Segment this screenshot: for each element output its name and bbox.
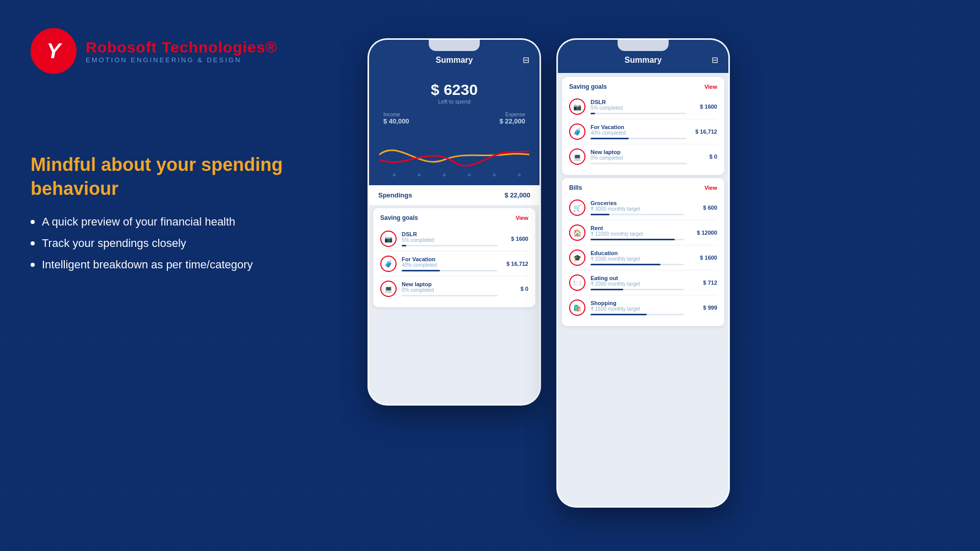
brand-name: Robosoft Technologies®	[86, 39, 277, 56]
bill-amount-groceries: $ 600	[689, 205, 717, 211]
hero-section: Mindful about your spending behaviour A …	[31, 153, 357, 271]
bill-target-shopping: ₹ 1500 monthly target	[591, 306, 684, 312]
goal-icon-laptop: 💻	[380, 281, 397, 297]
p2-goal-amount-dslr: $ 1600	[692, 104, 717, 110]
p2-goal-icon-dslr: 📷	[569, 98, 585, 115]
income-expense-row: Income $ 40,000 Expense $ 22,000	[379, 112, 529, 125]
phone-screen-1: ⊟ Summary ⊟ $ 6230 Left to spend Income …	[369, 40, 540, 404]
p2-goal-pct-laptop: 0% completed	[591, 155, 687, 161]
bill-info-education: Education ₹ 2000 monthly target	[591, 250, 684, 265]
p2-goal-pct-vacation: 40% completed	[591, 130, 687, 136]
p2-goals-title: Saving goals	[569, 83, 607, 90]
bill-target-groceries: ₹ 3000 monthly target	[591, 206, 684, 212]
p2-saving-goals-card: Saving goals View 📷 DSLR 5% completed $ …	[562, 77, 724, 175]
phone-mockup-2: ⊟ Summary ⊟ Saving goals View 📷 DSLR 5% …	[556, 38, 730, 508]
saving-goals-card: Saving goals View 📷 DSLR 5% completed $ …	[373, 208, 535, 307]
bill-name-rent: Rent	[591, 225, 684, 231]
p2-goals-view-link[interactable]: View	[704, 84, 717, 90]
bill-target-eating: ₹ 2000 monthly target	[591, 281, 684, 287]
goal-amount-dslr: $ 1600	[503, 236, 528, 242]
goal-name-laptop: New laptop	[402, 281, 498, 287]
bill-icon-education: 🎓	[569, 249, 585, 266]
bill-amount-rent: $ 12000	[689, 230, 717, 236]
bill-row-rent: 🏠 Rent ₹ 12000 monthly target $ 12000	[569, 220, 717, 245]
phone-screen-2: ⊟ Summary ⊟ Saving goals View 📷 DSLR 5% …	[558, 40, 728, 506]
goal-pct-dslr: 5% completed	[402, 237, 498, 243]
bill-progress-eating	[591, 289, 684, 290]
goals-title: Saving goals	[380, 214, 418, 221]
goal-name-dslr: DSLR	[402, 231, 498, 237]
hero-title: Mindful about your spending behaviour	[31, 153, 357, 201]
bill-info-groceries: Groceries ₹ 3000 monthly target	[591, 200, 684, 215]
bill-amount-shopping: $ 999	[689, 305, 717, 311]
goal-name-vacation: For Vacation	[402, 256, 498, 262]
phone-notch-1	[429, 40, 480, 51]
logo-area: Υ Robosoft Technologies® EMOTION ENGINEE…	[31, 28, 277, 74]
p2-goal-progress-vacation	[591, 138, 687, 139]
bill-row-groceries: 🛒 Groceries ₹ 3000 monthly target $ 600	[569, 195, 717, 220]
svg-point-6	[518, 173, 521, 177]
p2-goal-pct-dslr: 5% completed	[591, 105, 687, 111]
screen1-title: Summary	[386, 56, 523, 65]
bullet-dot-1	[31, 220, 35, 224]
goals-header: Saving goals View	[380, 214, 528, 221]
screen2-title: Summary	[575, 56, 712, 65]
goal-amount-vacation: $ 16,712	[503, 261, 528, 267]
p2-goal-row-vacation: 🧳 For Vacation 40% completed $ 16,712	[569, 119, 717, 144]
filter-icon-left: ⊟	[379, 55, 386, 65]
goal-amount-laptop: $ 0	[503, 286, 528, 292]
expense-label: Expense	[499, 112, 525, 117]
bullet-text-3: Intelligent breakdown as per time/catego…	[42, 258, 253, 271]
p2-bills-view-link[interactable]: View	[704, 185, 717, 191]
p2-goal-icon-vacation: 🧳	[569, 123, 585, 140]
settings-icon-2[interactable]: ⊟	[712, 55, 718, 65]
goal-row-dslr: 📷 DSLR 5% completed $ 1600	[380, 227, 528, 252]
expense-value: $ 22,000	[499, 117, 525, 125]
phone-notch-2	[618, 40, 669, 51]
p2-goal-amount-laptop: $ 0	[692, 154, 717, 160]
settings-icon[interactable]: ⊟	[523, 55, 529, 65]
goal-progress-dslr	[402, 245, 498, 246]
income-value: $ 40,000	[383, 117, 409, 125]
bill-name-education: Education	[591, 250, 684, 256]
bill-icon-rent: 🏠	[569, 224, 585, 241]
bullet-text-1: A quick preview of your financial health	[42, 215, 235, 229]
chart-area: $ 6230 Left to spend Income $ 40,000 Exp…	[369, 73, 540, 185]
p2-goal-row-dslr: 📷 DSLR 5% completed $ 1600	[569, 94, 717, 119]
p2-goal-amount-vacation: $ 16,712	[692, 129, 717, 135]
main-amount: $ 6230	[379, 81, 529, 98]
bill-amount-education: $ 1600	[689, 255, 717, 261]
goal-pct-vacation: 40% completed	[402, 262, 498, 268]
goal-row-vacation: 🧳 For Vacation 40% completed $ 16,712	[380, 252, 528, 277]
bill-progress-shopping	[591, 314, 684, 315]
bullet-dot-2	[31, 241, 35, 245]
bill-name-shopping: Shopping	[591, 300, 684, 306]
goal-info-vacation: For Vacation 40% completed	[402, 256, 498, 271]
goal-progress-laptop	[402, 295, 498, 296]
logo-circle: Υ	[31, 28, 77, 74]
left-to-spend-label: Left to spend	[379, 98, 529, 105]
goal-row-laptop: 💻 New laptop 0% completed $ 0	[380, 277, 528, 301]
p2-goal-icon-laptop: 💻	[569, 148, 585, 165]
bill-progress-education	[591, 264, 684, 265]
p2-goal-progress-laptop	[591, 163, 687, 164]
bill-icon-groceries: 🛒	[569, 199, 585, 216]
svg-point-1	[393, 173, 396, 177]
bill-info-eating: Eating out ₹ 2000 monthly target	[591, 275, 684, 290]
bill-icon-shopping: 🛍️	[569, 299, 585, 316]
logo-text: Robosoft Technologies® EMOTION ENGINEERI…	[86, 39, 277, 64]
goals-view-link[interactable]: View	[516, 215, 528, 221]
bill-target-rent: ₹ 12000 monthly target	[591, 231, 684, 237]
p2-goal-name-vacation: For Vacation	[591, 124, 687, 130]
bullet-1: A quick preview of your financial health	[31, 215, 357, 229]
bill-progress-groceries	[591, 214, 684, 215]
logo-icon: Υ	[46, 39, 61, 63]
svg-point-2	[418, 173, 421, 177]
bill-name-eating: Eating out	[591, 275, 684, 281]
p2-bills-title: Bills	[569, 184, 582, 191]
p2-bills-header: Bills View	[569, 184, 717, 191]
spending-chart	[379, 129, 529, 185]
goal-icon-vacation: 🧳	[380, 256, 397, 272]
bill-info-shopping: Shopping ₹ 1500 monthly target	[591, 300, 684, 315]
p2-goal-row-laptop: 💻 New laptop 0% completed $ 0	[569, 144, 717, 169]
